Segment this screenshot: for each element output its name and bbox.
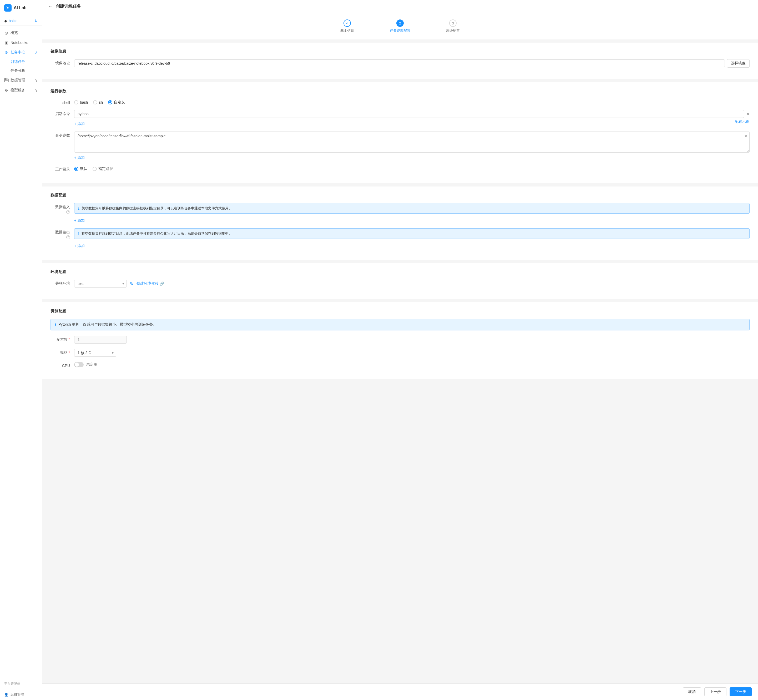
- data-output-label: 数据输出 ?: [50, 228, 74, 239]
- start-cmd-input[interactable]: [74, 110, 744, 118]
- add-data-input-link[interactable]: + 添加: [74, 218, 85, 223]
- gpu-toggle[interactable]: [74, 362, 84, 367]
- image-input[interactable]: [74, 59, 725, 67]
- step-1-circle: [343, 19, 351, 27]
- env-section: 环境配置 关联环境 test ↻ 创建环境依赖 🔗: [42, 263, 758, 299]
- shell-option-custom[interactable]: 自定义: [108, 100, 125, 105]
- analysis-label: 任务分析: [11, 69, 25, 73]
- resource-info-box: ℹ Pytorch 单机，仅适用与数据集较小、模型较小的训练任务。: [50, 319, 750, 330]
- workdir-option-default[interactable]: 默认: [74, 167, 87, 171]
- task-center-icon: ⊙: [4, 50, 8, 55]
- sidebar-task-center[interactable]: ⊙ 任务中心 ∧: [0, 47, 42, 57]
- page-header: ← 创建训练任务: [42, 0, 758, 13]
- sidebar-data-management[interactable]: 💾 数据管理 ∨: [0, 75, 42, 85]
- eye-icon: ◎: [4, 31, 8, 35]
- resource-section: 资源配置 ℹ Pytorch 单机，仅适用与数据集较小、模型较小的训练任务。 副…: [42, 302, 758, 379]
- model-icon: ⚙: [4, 88, 8, 92]
- step-1: 基本信息: [340, 19, 354, 33]
- cancel-button[interactable]: 取消: [683, 688, 701, 696]
- add-param-link[interactable]: + 添加: [74, 155, 85, 160]
- gpu-status-label: 未启用: [86, 362, 97, 367]
- shell-option-sh[interactable]: sh: [93, 100, 103, 105]
- data-icon: 💾: [4, 78, 8, 82]
- chevron-up-icon: ∧: [35, 50, 37, 55]
- external-link-icon: 🔗: [160, 281, 164, 286]
- refresh-icon[interactable]: ↻: [34, 19, 37, 23]
- config-example-link[interactable]: 配置示例: [735, 119, 750, 126]
- workdir-option-custom[interactable]: 指定路径: [93, 167, 113, 171]
- env-refresh-icon[interactable]: ↻: [130, 281, 133, 286]
- steps-container: 基本信息 2 任务资源配置: [340, 19, 460, 33]
- replicas-required-marker: *: [69, 337, 70, 341]
- resource-info-icon: ℹ: [55, 323, 56, 327]
- sidebar-model-service[interactable]: ⚙ 模型服务 ∨: [0, 85, 42, 95]
- replicas-label: 副本数 *: [50, 336, 74, 342]
- replicas-input[interactable]: [74, 336, 127, 344]
- workdir-row: 工作目录 默认 指定路径: [50, 166, 750, 172]
- bottom-spacer: [42, 383, 758, 388]
- sidebar-item-overview[interactable]: ◎ 概览: [0, 28, 42, 38]
- sidebar-item-training[interactable]: 训练任务: [0, 57, 42, 66]
- spec-label: 规格 *: [50, 349, 74, 355]
- textarea-clear-icon[interactable]: ✕: [744, 134, 747, 139]
- add-cmd-link[interactable]: + 添加: [74, 122, 85, 126]
- radio-outer-bash: [74, 100, 78, 105]
- notebook-icon: ▣: [4, 41, 8, 45]
- env-select-wrapper: test: [74, 280, 127, 288]
- shell-row: shell bash sh: [50, 99, 750, 105]
- start-cmd-row: 启动命令 ✕ + 添加 配置示例: [50, 110, 750, 126]
- cmd-params-row: 命令参数 /home/jovyan/code/tensorflow/tf-fas…: [50, 131, 750, 160]
- chevron-down-icon2: ∨: [35, 88, 37, 92]
- step-3-label: 高级配置: [446, 28, 460, 33]
- radio-outer-default: [74, 167, 78, 171]
- radio-outer-sh: [93, 100, 97, 105]
- shell-option-bash[interactable]: bash: [74, 100, 88, 105]
- data-output-row: 数据输出 ? ℹ 将空数据集挂载到指定目录，训练任务中可将需要持久化写入此目录，…: [50, 228, 750, 248]
- gpu-label: GPU: [50, 362, 74, 368]
- sidebar-item-notebooks[interactable]: ▣ Notebooks: [0, 38, 42, 47]
- app-name: AI Lab: [14, 6, 27, 10]
- workdir-control: 默认 指定路径: [74, 166, 750, 171]
- cmd-clear-icon[interactable]: ✕: [746, 111, 750, 117]
- radio-label-custom: 自定义: [114, 100, 125, 105]
- workspace-selector[interactable]: ◆ baize ↻: [0, 16, 42, 26]
- back-button[interactable]: ←: [48, 4, 53, 9]
- sidebar-item-analysis[interactable]: 任务分析: [0, 66, 42, 75]
- sidebar: AI Lab ◆ baize ↻ ◎ 概览 ▣ Notebooks ⊙ 任务中心…: [0, 0, 42, 700]
- env-select[interactable]: test: [74, 280, 127, 288]
- steps-bar: 基本信息 2 任务资源配置: [42, 13, 758, 39]
- step-2-label: 任务资源配置: [390, 28, 410, 33]
- spec-select[interactable]: 1 核 2 G 2 核 4 G 4 核 8 G: [74, 349, 116, 357]
- sidebar-ops[interactable]: 👤 运维管理: [0, 689, 42, 700]
- page-content: 基本信息 2 任务资源配置: [42, 13, 758, 683]
- data-section: 数据配置 数据输入 ? ℹ 关联数据集可以将数据集内的数据直接挂载到指定目录，可…: [42, 186, 758, 260]
- param-textarea-wrapper: /home/jovyan/code/tensorflow/tf-fashion-…: [74, 131, 750, 153]
- create-env-link[interactable]: 创建环境依赖 🔗: [137, 281, 164, 286]
- start-cmd-label: 启动命令: [50, 110, 74, 116]
- radio-outer-custom: [108, 100, 112, 105]
- prev-button[interactable]: 上一步: [704, 688, 727, 696]
- add-data-output-link[interactable]: + 添加: [74, 244, 85, 248]
- radio-label-workdir-custom: 指定路径: [98, 167, 113, 171]
- data-output-control: ℹ 将空数据集挂载到指定目录，训练任务中可将需要持久化写入此目录，系统会自动保存…: [74, 228, 750, 248]
- data-input-info-box: ℹ 关联数据集可以将数据集内的数据直接挂载到指定目录，可以在训练任务中通过本地文…: [74, 203, 750, 214]
- svg-point-0: [7, 7, 8, 8]
- image-control: 选择镜像: [74, 59, 750, 67]
- env-row: 关联环境 test ↻ 创建环境依赖 🔗: [50, 280, 750, 288]
- spec-row: 规格 * 1 核 2 G 2 核 4 G 4 核 8 G: [50, 349, 750, 357]
- data-output-hint-icon[interactable]: ?: [66, 236, 70, 239]
- workdir-label: 工作目录: [50, 166, 74, 172]
- gpu-control: 未启用: [74, 362, 750, 367]
- step-2-circle: 2: [396, 19, 404, 27]
- select-image-button[interactable]: 选择镜像: [727, 59, 750, 67]
- data-input-hint-icon[interactable]: ?: [66, 210, 70, 214]
- data-output-info-box: ℹ 将空数据集挂载到指定目录，训练任务中可将需要持久化写入此目录，系统会自动保存…: [74, 228, 750, 239]
- resource-section-title: 资源配置: [50, 309, 750, 314]
- ops-icon: 👤: [4, 693, 8, 697]
- radio-label-bash: bash: [80, 100, 88, 105]
- step-3: 3 高级配置: [446, 19, 460, 33]
- shell-label: shell: [50, 99, 74, 105]
- runtime-section-title: 运行参数: [50, 89, 750, 94]
- cmd-params-textarea[interactable]: /home/jovyan/code/tensorflow/tf-fashion-…: [74, 131, 750, 153]
- next-button[interactable]: 下一步: [730, 688, 752, 696]
